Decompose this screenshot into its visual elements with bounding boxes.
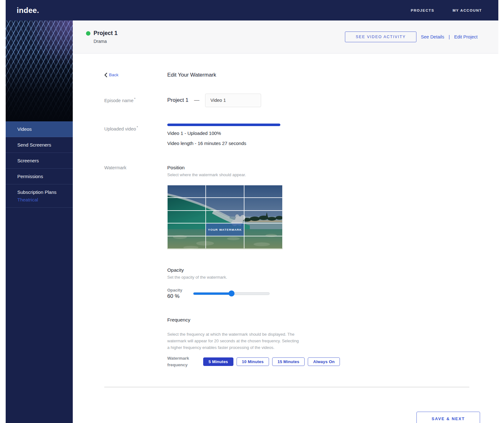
- watermark-cell[interactable]: [167, 185, 206, 198]
- opacity-value: 60 %: [167, 293, 187, 299]
- nav-link-my-account[interactable]: MY ACCOUNT: [453, 9, 482, 12]
- watermark-cell[interactable]: [244, 198, 283, 211]
- sidebar-item-screeners[interactable]: Screeners: [6, 153, 73, 169]
- indee-logo[interactable]: indee.: [17, 6, 39, 15]
- opacity-title: Opacity: [167, 267, 498, 273]
- frequency-description-line: Select the frequency at which the waterm…: [167, 331, 498, 338]
- watermark-position-grid: YOUR WATERMARK: [167, 185, 283, 249]
- position-title: Position: [167, 165, 498, 171]
- opacity-slider-label: Opacity: [167, 288, 187, 293]
- top-navbar: indee. PROJECTS MY ACCOUNT: [6, 0, 498, 20]
- watermark-cell[interactable]: [167, 223, 206, 236]
- nav-link-projects[interactable]: PROJECTS: [411, 9, 434, 12]
- watermark-cell[interactable]: [167, 198, 206, 211]
- frequency-description-line: a higher frequency enables faster proces…: [167, 344, 498, 351]
- watermark-cell[interactable]: [206, 185, 244, 198]
- frequency-option-15-minutes[interactable]: 15 Minutes: [272, 357, 305, 366]
- frequency-option-always-on[interactable]: Always On: [308, 357, 340, 366]
- back-label: Back: [109, 72, 118, 77]
- required-asterisk: *: [134, 97, 135, 101]
- opacity-description: Set the opacity of the watermark.: [167, 275, 498, 280]
- sidebar-menu: Videos Send Screeners Screeners Permissi…: [6, 121, 73, 208]
- header-link-separator: |: [449, 34, 450, 39]
- episode-dash: —: [194, 97, 199, 103]
- sidebar-item-label: Subscription Plans: [17, 189, 56, 195]
- sidebar-item-label: Send Screeners: [17, 142, 51, 148]
- episode-name-label: Episode name: [104, 98, 134, 103]
- required-asterisk: *: [137, 125, 138, 129]
- project-header: Project 1 Drama SEE VIDEO ACTIVITY See D…: [73, 20, 498, 54]
- page-title: Edit Your Watermark: [167, 72, 498, 78]
- episode-name-input[interactable]: [205, 94, 261, 107]
- upload-progress-fill: [167, 124, 280, 126]
- opacity-slider[interactable]: [193, 292, 270, 295]
- watermark-label: Watermark: [104, 165, 126, 170]
- project-genre: Drama: [94, 39, 117, 44]
- see-details-link[interactable]: See Details: [421, 34, 444, 39]
- frequency-options: 5 Minutes 10 Minutes 15 Minutes Always O…: [203, 357, 340, 366]
- position-description: Select where the watermark should appear…: [167, 172, 498, 177]
- frequency-title: Frequency: [167, 317, 498, 323]
- sidebar-item-label: Screeners: [17, 158, 39, 163]
- opacity-slider-fill: [193, 293, 232, 295]
- sidebar-item-permissions[interactable]: Permissions: [6, 169, 73, 184]
- watermark-cell-selected[interactable]: YOUR WATERMARK: [206, 223, 244, 236]
- watermark-cell[interactable]: [206, 198, 244, 211]
- app-window: indee. PROJECTS MY ACCOUNT Videos Send S…: [6, 0, 498, 423]
- top-nav-links: PROJECTS MY ACCOUNT: [411, 9, 482, 12]
- sidebar-subitem-theatrical[interactable]: Theatrical: [17, 197, 66, 202]
- frequency-description-line: watermark will appear for 20 seconds at …: [167, 338, 498, 344]
- watermark-cell[interactable]: [244, 185, 283, 198]
- video-length-text: Video length - 16 minutes 27 seconds: [167, 141, 498, 146]
- frequency-option-10-minutes[interactable]: 10 Minutes: [237, 357, 269, 366]
- sidebar: Videos Send Screeners Screeners Permissi…: [6, 20, 73, 423]
- watermark-cell[interactable]: [244, 211, 283, 223]
- project-status-dot: [86, 31, 90, 36]
- sidebar-filler: [6, 208, 73, 423]
- chevron-left-icon: [104, 73, 107, 77]
- watermark-cell[interactable]: [167, 236, 206, 249]
- watermark-position-picker: YOUR WATERMARK: [167, 185, 283, 249]
- watermark-frequency-label-line: frequency: [167, 362, 203, 368]
- watermark-frequency-label: Watermark frequency: [167, 355, 203, 368]
- edit-project-link[interactable]: Edit Project: [454, 34, 478, 39]
- project-title: Project 1: [94, 30, 117, 37]
- edit-watermark-page: Back Edit Your Watermark Episode name* P…: [73, 54, 498, 423]
- see-video-activity-button[interactable]: SEE VIDEO ACTIVITY: [345, 32, 416, 42]
- sidebar-item-label: Permissions: [17, 174, 43, 179]
- sidebar-item-subscription-plans[interactable]: Subscription Plans Theatrical: [6, 184, 73, 208]
- episode-project-name: Project 1: [167, 97, 188, 103]
- watermark-cell[interactable]: [206, 236, 244, 249]
- uploaded-video-label: Uploaded video: [104, 126, 136, 131]
- watermark-cell[interactable]: [244, 236, 283, 249]
- section-divider: [104, 387, 469, 387]
- watermark-cell[interactable]: [244, 223, 283, 236]
- save-next-button[interactable]: SAVE & NEXT: [416, 412, 480, 423]
- watermark-cell[interactable]: [167, 211, 206, 223]
- opacity-slider-thumb[interactable]: [228, 291, 234, 297]
- sidebar-decorative-pattern: [6, 20, 73, 121]
- watermark-cell[interactable]: [206, 211, 244, 223]
- frequency-option-5-minutes[interactable]: 5 Minutes: [203, 357, 233, 366]
- sidebar-item-send-screeners[interactable]: Send Screeners: [6, 137, 73, 153]
- watermark-frequency-label-line: Watermark: [167, 355, 203, 362]
- sidebar-item-label: Videos: [17, 126, 32, 132]
- sidebar-item-videos[interactable]: Videos: [6, 121, 73, 137]
- back-link[interactable]: Back: [104, 72, 118, 77]
- upload-progress-bar: [167, 124, 280, 126]
- frequency-description: Select the frequency at which the waterm…: [167, 331, 498, 351]
- upload-status-text: Video 1 - Uploaded 100%: [167, 130, 498, 136]
